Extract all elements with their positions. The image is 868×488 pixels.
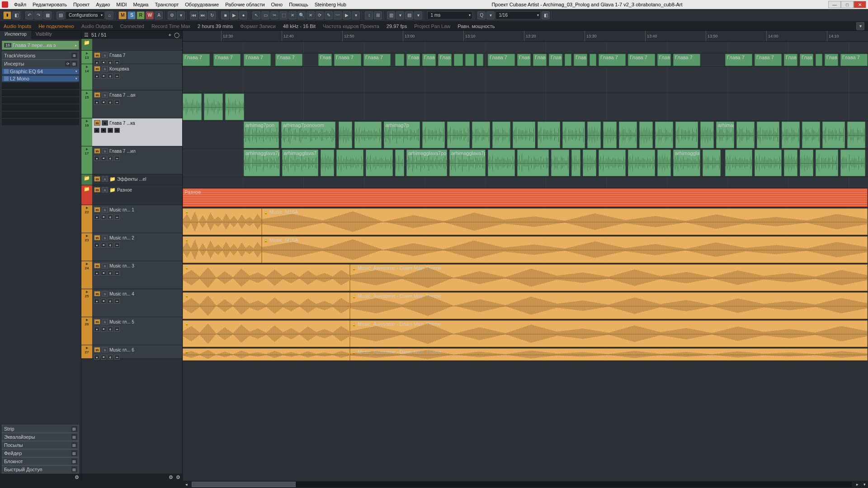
menu-транспорт[interactable]: Транспорт: [151, 1, 182, 8]
audio-clip[interactable]: [571, 150, 580, 176]
track-lane[interactable]: 🔒🔒Music_Awesome - Dawn Main Theme: [183, 348, 868, 361]
audio-clip[interactable]: [639, 122, 653, 148]
audio-clip[interactable]: Глава 7: [275, 54, 302, 66]
audio-clip[interactable]: [628, 150, 655, 176]
freeze-button[interactable]: ∞: [114, 100, 120, 105]
constrain-button[interactable]: ⬍: [3, 11, 11, 19]
track-row[interactable]: ▶13msГлава 7●◂e∞: [81, 51, 182, 64]
track-lane[interactable]: [183, 177, 868, 188]
audio-clip[interactable]: Разное: [183, 188, 868, 207]
audio-clip[interactable]: arhimag7pon: [244, 122, 279, 148]
record-enable[interactable]: ●: [94, 128, 99, 133]
audio-clip[interactable]: Глава 7: [628, 54, 655, 66]
audio-clip[interactable]: [703, 150, 721, 176]
menu-окно[interactable]: Окно: [268, 1, 286, 8]
grid-value-select[interactable]: 1 ms: [427, 11, 472, 19]
audio-clip[interactable]: Гл: [454, 54, 463, 66]
menu-аудио[interactable]: Аудио: [93, 1, 113, 8]
audio-clip[interactable]: [619, 122, 637, 148]
audio-clip[interactable]: arhimagglava7pol: [449, 150, 486, 176]
track-lane[interactable]: 🔒🔒Music_M16A: [183, 208, 868, 236]
audio-clip[interactable]: [657, 150, 671, 176]
track-lane[interactable]: 🔒🔒Music_M16A: [183, 236, 868, 264]
section-Быстрый Доступ[interactable]: Быстрый Доступ▤: [2, 465, 79, 474]
monitor-button[interactable]: ◂: [101, 327, 106, 332]
mute-tool[interactable]: ✕: [307, 11, 315, 19]
edit-button[interactable]: e: [108, 299, 113, 304]
audio-clip[interactable]: Глав: [574, 54, 587, 66]
menu-midi[interactable]: MIDI: [113, 1, 130, 8]
audio-clip[interactable]: [816, 150, 838, 176]
track-lane[interactable]: Разное: [183, 188, 868, 208]
audio-clip[interactable]: [800, 150, 813, 176]
draw-tool[interactable]: ✎: [325, 11, 333, 19]
audio-clip[interactable]: [562, 122, 585, 148]
audio-clip[interactable]: 🔒Music_Awesome - Dawn Main Theme: [350, 264, 868, 291]
track-lane[interactable]: 🔒🔒Music_Awesome - Dawn Main Theme: [183, 320, 868, 348]
audio-clip[interactable]: Глава 7: [334, 54, 361, 66]
home-button[interactable]: ⌂: [105, 11, 113, 19]
solo-button[interactable]: s: [102, 92, 108, 98]
audio-clip[interactable]: Глав: [549, 54, 562, 66]
track-row[interactable]: ▶27msMusic гл... 6●◂e∞: [81, 345, 182, 359]
timewarp-tool[interactable]: ⟳: [316, 11, 324, 19]
audio-clip[interactable]: Глав: [533, 54, 547, 66]
configurations-select[interactable]: Configurations: [66, 11, 104, 19]
zoom-menu[interactable]: ▾: [861, 481, 868, 488]
audio-clip[interactable]: [782, 122, 800, 148]
gear-icon[interactable]: ⚙: [176, 474, 180, 480]
track-row[interactable]: ▶14msКонцовка●◂e∞: [81, 64, 182, 90]
solo-button[interactable]: s: [102, 235, 108, 240]
section-Strip[interactable]: Strip▤: [2, 425, 79, 433]
audio-clip[interactable]: 🔒: [183, 264, 350, 291]
scroll-right-button[interactable]: ▸: [854, 481, 861, 488]
audio-clip[interactable]: [339, 122, 352, 148]
track-lane[interactable]: arhimag7ponarhimag7ponovomarhimag7parhim…: [183, 121, 868, 149]
monitor-button[interactable]: ◂: [101, 128, 106, 133]
audio-clip[interactable]: [447, 122, 470, 148]
record-enable[interactable]: ●: [94, 355, 99, 360]
edit-button[interactable]: e: [108, 243, 113, 248]
audio-clip[interactable]: arhimagglava7polc: [406, 150, 447, 176]
scrollbar-thumb[interactable]: [192, 482, 296, 487]
audio-clip[interactable]: 🔒: [183, 348, 350, 361]
r-button[interactable]: R: [137, 11, 145, 19]
track-lane[interactable]: 🔒🔒Music_Awesome - Dawn Main Theme: [183, 292, 868, 320]
audio-clip[interactable]: Глава 7: [673, 54, 700, 66]
audio-clip[interactable]: 🔒Music_Awesome - Dawn Main Theme: [350, 348, 868, 361]
audio-clip[interactable]: [847, 122, 865, 148]
audio-clip[interactable]: [472, 122, 490, 148]
audio-clip[interactable]: [321, 150, 334, 176]
section-Блокнот[interactable]: Блокнот▤: [2, 457, 79, 465]
solo-button[interactable]: s: [102, 148, 108, 154]
audio-clip[interactable]: [465, 54, 474, 66]
mute-button[interactable]: m: [94, 66, 100, 71]
menu-медиа[interactable]: Медиа: [130, 1, 152, 8]
play-tool[interactable]: ▶: [343, 11, 351, 19]
record-enable[interactable]: ●: [94, 156, 99, 161]
audio-clip[interactable]: arhimagglava7: [673, 150, 700, 176]
quantize-button[interactable]: Q: [477, 11, 486, 19]
status-expand-button[interactable]: ▾: [856, 22, 864, 30]
monitor-button[interactable]: ◂: [101, 100, 106, 105]
audio-clip[interactable]: [336, 150, 363, 176]
track-row[interactable]: ▶26msMusic гл... 5●◂e∞: [81, 317, 182, 345]
mute-button[interactable]: m: [94, 347, 100, 352]
history-undo-button[interactable]: ↶: [25, 11, 33, 19]
audio-clip[interactable]: Глава 7: [213, 54, 241, 66]
mute-button[interactable]: m: [94, 176, 100, 182]
gear-icon[interactable]: ⚙: [169, 474, 173, 480]
tool-button[interactable]: ↕: [365, 11, 373, 19]
freeze-button[interactable]: ∞: [114, 299, 120, 304]
section-inserts[interactable]: Инсерты⟳▤: [2, 60, 79, 68]
transport-stop-button[interactable]: ■: [221, 11, 229, 19]
mute-button[interactable]: m: [94, 207, 100, 212]
solo-button[interactable]: s: [102, 187, 108, 192]
edit-button[interactable]: e: [108, 74, 113, 79]
glue-tool[interactable]: ⬚: [279, 11, 288, 19]
minimize-button[interactable]: —: [828, 1, 841, 8]
track-lane[interactable]: Глава 7Глава 7Глава 7Глава 7ГлавГлава 7Г…: [183, 53, 868, 67]
audio-clip[interactable]: Глав: [800, 54, 813, 66]
freeze-button[interactable]: ∞: [114, 243, 120, 248]
track-row[interactable]: ▶22msMusic гл... 1●◂e∞: [81, 205, 182, 233]
